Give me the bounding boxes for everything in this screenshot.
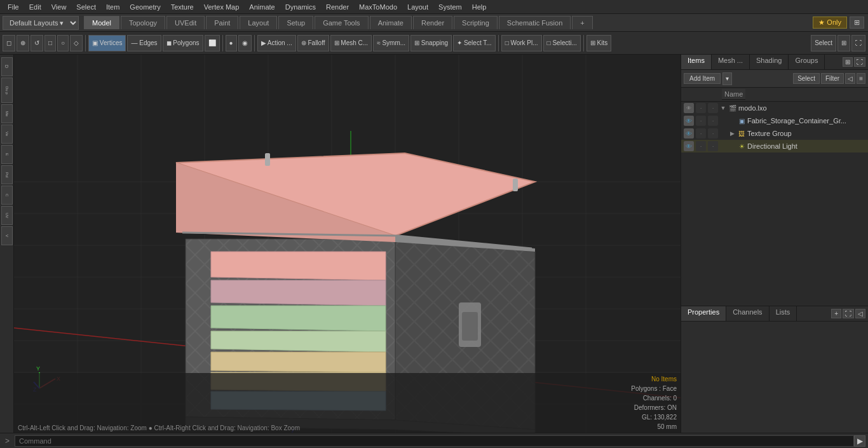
vis2-icon-texture[interactable]: · [696,128,706,139]
menu-file[interactable]: File [3,2,24,12]
expand-modo[interactable]: ▼ [719,105,727,111]
menu-texture[interactable]: Texture [166,2,199,12]
menu-system[interactable]: System [433,2,467,12]
tab-uvedit[interactable]: UVEdit [166,16,205,29]
tool-d[interactable]: D [1,57,13,76]
menu-edit[interactable]: Edit [24,2,46,12]
tab-topology[interactable]: Topology [121,16,165,29]
vis2-icon-modo[interactable]: · [696,103,706,113]
filter-btn[interactable]: Filter [821,73,844,84]
scene-tree[interactable]: 👁 · · ▼ 🎬 modo.lxo 👁 · · ▣ Fabric_Storag… [681,102,868,306]
edges-btn[interactable]: — Edges [127,35,161,51]
tool-poly[interactable]: Pol [1,165,13,184]
tab-add[interactable]: + [572,16,592,29]
tree-item-fabric[interactable]: 👁 · · ▣ Fabric_Storage_Container_Gr... [681,114,868,127]
tab-setup[interactable]: Setup [278,16,313,29]
work-pl-btn[interactable]: □ Work Pl... [501,35,542,51]
panel-tab-mesh[interactable]: Mesh ... [712,55,750,69]
vis3-icon-light[interactable]: · [708,141,718,151]
tab-render[interactable]: Render [413,16,452,29]
menu-help[interactable]: Help [467,2,492,12]
kits-btn[interactable]: ⊞ Kits [587,35,611,51]
panel-tab-groups[interactable]: Groups [789,55,825,69]
menu-layout[interactable]: Layout [402,2,433,12]
tool-vert[interactable]: Ve [1,125,13,144]
vis2-icon-light[interactable]: · [696,141,706,151]
star-only-btn[interactable]: ★ Only [813,17,847,29]
add-item-arrow[interactable]: ▾ [722,72,732,85]
action-btn[interactable]: ▶ Action ... [257,35,296,51]
fullscreen-btn[interactable]: ⛶ [851,35,865,51]
command-input[interactable] [15,435,854,447]
menu-animate[interactable]: Animate [244,2,280,12]
rect-btn[interactable]: □ [44,35,56,51]
add-item-btn[interactable]: Add Item [684,73,721,84]
vis3-icon-texture[interactable]: · [708,128,718,139]
radio1-btn[interactable]: ● [226,35,237,51]
eye-icon-fabric[interactable]: 👁 [684,116,694,126]
vertices-btn[interactable]: ▣ Vertices [88,35,126,51]
tool-c[interactable]: C [1,186,13,205]
select-filter-btn[interactable]: Select [793,73,820,84]
cmd-run-btn[interactable]: ▶ [854,435,865,447]
falloff-btn[interactable]: ⊛ Falloff [297,35,329,51]
menu-geometry[interactable]: Geometry [125,2,165,12]
prop-tab-properties[interactable]: Properties [681,306,726,321]
vis3-icon-modo[interactable]: · [708,103,718,113]
prop-expand-btn[interactable]: ⛶ [843,309,854,318]
menu-render[interactable]: Render [321,2,354,12]
eye-icon-modo[interactable]: 👁 [684,103,694,113]
tab-gametools[interactable]: Game Tools [315,16,369,29]
tool-uv[interactable]: UV [1,206,13,225]
select-t-btn[interactable]: ✦ Select T... [453,35,496,51]
panel-collapse-btn[interactable]: ◁ [845,73,855,84]
viewport[interactable]: ● Perspective | Advanced | Viewport Text… [14,55,681,433]
tree-item-texture[interactable]: 👁 · · ▶ 🖼 Texture Group [681,127,868,140]
tab-layout[interactable]: Layout [240,16,277,29]
eye-icon-light[interactable]: 👁 [684,141,694,151]
tab-paint[interactable]: Paint [206,16,238,29]
lasso-btn[interactable]: ◇ [70,35,83,51]
menu-view[interactable]: View [46,2,72,12]
eye-icon-texture[interactable]: 👁 [684,128,694,139]
tree-item-light[interactable]: 👁 · · ☀ Directional Light [681,140,868,153]
layout-expand-btn[interactable]: ⊞ [850,17,864,29]
prop-tab-channels[interactable]: Channels [726,306,769,321]
select-btn[interactable]: Select [811,35,836,51]
tool-edge[interactable]: E [1,145,13,164]
vis3-icon-fabric[interactable]: · [708,116,718,126]
mode-btn[interactable]: ⬜ [205,35,220,51]
tab-animate[interactable]: Animate [370,16,412,29]
circle-btn[interactable]: ○ [57,35,69,51]
menu-select[interactable]: Select [71,2,101,12]
menu-maxtomodo[interactable]: MaxToModo [354,2,402,12]
tab-schematic[interactable]: Schematic Fusion [499,16,571,29]
prop-more-btn[interactable]: ◁ [855,309,865,318]
polygons-btn[interactable]: ◼ Polygons [163,35,203,51]
snapping-btn[interactable]: ⊞ Snapping [410,35,452,51]
prop-add-btn[interactable]: + [831,309,841,318]
mesh-btn[interactable]: ⊞ Mesh C... [330,35,372,51]
prop-tab-lists[interactable]: Lists [770,306,797,321]
menu-dynamics[interactable]: Dynamics [280,2,321,12]
tree-item-modo-lxo[interactable]: 👁 · · ▼ 🎬 modo.lxo [681,102,868,114]
menu-item[interactable]: Item [101,2,125,12]
panel-tab-shading[interactable]: Shading [750,55,789,69]
radio2-btn[interactable]: ◉ [238,35,252,51]
snap-btn[interactable]: ⊕ [17,35,29,51]
select-mode-btn[interactable]: ◻ [3,35,15,51]
vis2-icon-fabric[interactable]: · [696,116,706,126]
layout-dropdown[interactable]: Default Layouts ▾ [3,16,79,30]
tool-mesh[interactable]: Me [1,104,13,123]
panel-expand-btn[interactable]: ⛶ [854,57,865,67]
orbit-btn[interactable]: ↺ [31,35,43,51]
panel-layout-btn[interactable]: ⊞ [843,57,853,67]
expand-view-btn[interactable]: ⊞ [837,35,850,51]
sym-btn[interactable]: ≈ Symm... [373,35,409,51]
tab-model[interactable]: Model [84,16,119,29]
panel-tab-items[interactable]: Items [681,55,712,69]
tab-scripting[interactable]: Scripting [454,16,498,29]
panel-more-btn[interactable]: ≡ [857,73,865,84]
tool-v[interactable]: V [1,226,13,245]
menu-vertexmap[interactable]: Vertex Map [199,2,245,12]
